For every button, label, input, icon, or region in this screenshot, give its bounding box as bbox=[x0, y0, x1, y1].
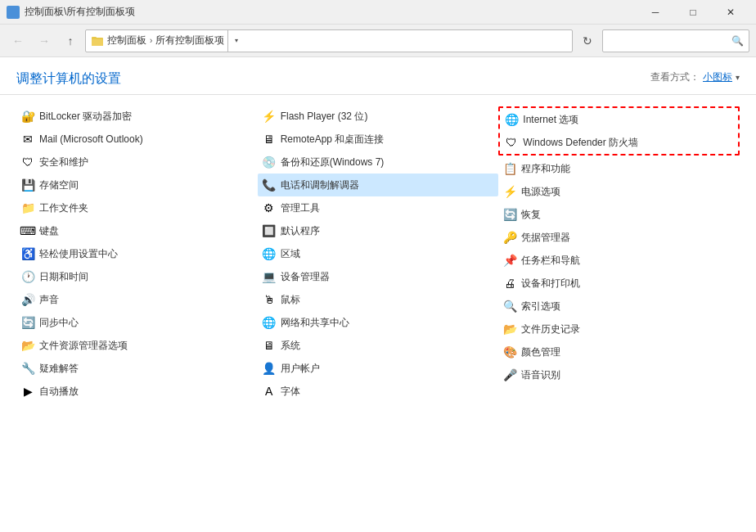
minimize-button[interactable]: ─ bbox=[637, 0, 674, 25]
forward-button[interactable]: → bbox=[33, 29, 56, 52]
control-item-region[interactable]: 🌐区域 bbox=[258, 242, 499, 265]
programs-label: 程序和功能 bbox=[521, 162, 570, 176]
control-item-fileexplorer[interactable]: 📂文件资源管理器选项 bbox=[16, 334, 258, 357]
region-label: 区域 bbox=[281, 247, 300, 261]
control-item-mail[interactable]: ✉Mail (Microsoft Outlook) bbox=[16, 128, 258, 151]
control-item-network[interactable]: 🌐网络和共享中心 bbox=[258, 311, 499, 334]
security-label: 安全和维护 bbox=[39, 156, 88, 169]
title-bar-controls: ─ □ ✕ bbox=[637, 0, 749, 25]
refresh-button[interactable]: ↻ bbox=[576, 29, 599, 52]
color-label: 颜色管理 bbox=[521, 345, 560, 359]
default-icon: 🔲 bbox=[263, 224, 276, 237]
phone-label: 电话和调制解调器 bbox=[281, 178, 359, 192]
control-item-internet[interactable]: 🌐Internet 选项 bbox=[500, 108, 738, 131]
breadcrumb-1[interactable]: 控制面板 bbox=[107, 34, 146, 47]
defender-label: Windows Defender 防火墙 bbox=[523, 136, 638, 150]
control-item-bitlocker[interactable]: 🔐BitLocker 驱动器加密 bbox=[16, 105, 258, 128]
control-item-devicemgr[interactable]: 💻设备管理器 bbox=[258, 265, 499, 288]
useraccount-label: 用户帐户 bbox=[281, 362, 320, 376]
bitlocker-icon: 🔐 bbox=[21, 110, 34, 123]
control-item-fonts[interactable]: A字体 bbox=[258, 380, 499, 403]
programs-icon: 📋 bbox=[503, 162, 516, 175]
sync-icon: 🔄 bbox=[21, 316, 34, 329]
main-content: 调整计算机的设置 查看方式： 小图标 ▾ 🔐BitLocker 驱动器加密✉Ma… bbox=[0, 57, 756, 532]
internet-icon: 🌐 bbox=[505, 113, 518, 126]
control-item-default[interactable]: 🔲默认程序 bbox=[258, 219, 499, 242]
bitlocker-label: BitLocker 驱动器加密 bbox=[39, 110, 132, 124]
control-item-datetime[interactable]: 🕐日期和时间 bbox=[16, 265, 258, 288]
content-header: 调整计算机的设置 查看方式： 小图标 ▾ bbox=[0, 57, 756, 95]
control-item-autoplay[interactable]: ▶自动播放 bbox=[16, 380, 258, 403]
workfolder-label: 工作文件夹 bbox=[39, 201, 88, 215]
devicemgr-label: 设备管理器 bbox=[281, 270, 330, 284]
credential-icon: 🔑 bbox=[503, 231, 516, 244]
defender-icon: 🛡 bbox=[505, 136, 518, 149]
control-item-keyboard[interactable]: ⌨键盘 bbox=[16, 219, 258, 242]
backup-icon: 💿 bbox=[263, 156, 276, 169]
security-icon: 🛡 bbox=[21, 156, 34, 169]
control-item-security[interactable]: 🛡安全和维护 bbox=[16, 151, 258, 174]
control-item-phone[interactable]: 📞电话和调制解调器 bbox=[258, 174, 499, 196]
up-button[interactable]: ↑ bbox=[59, 29, 82, 52]
internet-label: Internet 选项 bbox=[523, 113, 578, 127]
ease-icon: ♿ bbox=[21, 247, 34, 260]
app-icon bbox=[7, 6, 20, 19]
troubleshoot-label: 疑难解答 bbox=[39, 362, 79, 376]
control-item-recovery[interactable]: 🔄恢复 bbox=[498, 203, 740, 226]
default-label: 默认程序 bbox=[281, 224, 320, 238]
maximize-button[interactable]: □ bbox=[674, 0, 712, 25]
fonts-label: 字体 bbox=[281, 385, 300, 399]
control-item-sound[interactable]: 🔊声音 bbox=[16, 288, 258, 311]
search-bar: 🔍 bbox=[602, 29, 749, 52]
sound-label: 声音 bbox=[39, 293, 59, 307]
control-item-useraccount[interactable]: 👤用户帐户 bbox=[258, 357, 499, 380]
control-item-filehistory[interactable]: 📂文件历史记录 bbox=[498, 318, 740, 340]
control-item-color[interactable]: 🎨颜色管理 bbox=[498, 340, 740, 363]
back-button[interactable]: ← bbox=[7, 29, 29, 52]
devices-icon: 🖨 bbox=[503, 277, 516, 290]
datetime-icon: 🕐 bbox=[21, 270, 34, 283]
workfolder-icon: 📁 bbox=[21, 201, 34, 214]
control-item-sync[interactable]: 🔄同步中心 bbox=[16, 311, 258, 334]
backup-label: 备份和还原(Windows 7) bbox=[281, 156, 385, 169]
search-input[interactable] bbox=[608, 35, 731, 47]
indexing-icon: 🔍 bbox=[503, 300, 516, 313]
control-item-power[interactable]: ⚡电源选项 bbox=[498, 180, 740, 203]
control-item-management[interactable]: ⚙管理工具 bbox=[258, 196, 499, 219]
control-item-taskbar[interactable]: 📌任务栏和导航 bbox=[498, 249, 740, 272]
control-item-remoteapp[interactable]: 🖥RemoteApp 和桌面连接 bbox=[258, 128, 499, 151]
control-item-programs[interactable]: 📋程序和功能 bbox=[498, 157, 740, 180]
control-item-devices[interactable]: 🖨设备和打印机 bbox=[498, 272, 740, 295]
close-button[interactable]: ✕ bbox=[712, 0, 749, 25]
search-icon: 🔍 bbox=[731, 35, 744, 47]
phone-icon: 📞 bbox=[263, 178, 276, 192]
control-item-ease[interactable]: ♿轻松使用设置中心 bbox=[16, 242, 258, 265]
control-item-troubleshoot[interactable]: 🔧疑难解答 bbox=[16, 357, 258, 380]
control-item-mouse[interactable]: 🖱鼠标 bbox=[258, 288, 499, 311]
view-current[interactable]: 小图标 bbox=[703, 70, 732, 84]
autoplay-icon: ▶ bbox=[21, 385, 34, 398]
taskbar-label: 任务栏和导航 bbox=[521, 254, 580, 268]
color-icon: 🎨 bbox=[503, 345, 516, 358]
keyboard-icon: ⌨ bbox=[21, 224, 34, 237]
control-item-workfolder[interactable]: 📁工作文件夹 bbox=[16, 196, 258, 219]
region-icon: 🌐 bbox=[263, 247, 276, 260]
control-item-credential[interactable]: 🔑凭据管理器 bbox=[498, 226, 740, 249]
power-icon: ⚡ bbox=[503, 185, 516, 198]
autoplay-label: 自动播放 bbox=[39, 385, 79, 399]
remoteapp-icon: 🖥 bbox=[263, 133, 276, 146]
control-item-indexing[interactable]: 🔍索引选项 bbox=[498, 295, 740, 318]
control-item-flashplayer[interactable]: ⚡Flash Player (32 位) bbox=[258, 105, 499, 128]
address-dropdown-button[interactable]: ▾ bbox=[227, 29, 244, 52]
view-dropdown-arrow[interactable]: ▾ bbox=[736, 73, 740, 82]
control-item-system[interactable]: 🖥系统 bbox=[258, 334, 499, 357]
mail-label: Mail (Microsoft Outlook) bbox=[39, 133, 143, 145]
view-label: 查看方式： bbox=[650, 70, 700, 84]
storage-icon: 💾 bbox=[21, 178, 34, 192]
control-item-speech[interactable]: 🎤语音识别 bbox=[498, 363, 740, 386]
control-item-defender[interactable]: 🛡Windows Defender 防火墙 bbox=[500, 131, 738, 154]
taskbar-icon: 📌 bbox=[503, 254, 516, 267]
control-item-backup[interactable]: 💿备份和还原(Windows 7) bbox=[258, 151, 499, 174]
control-item-storage[interactable]: 💾存储空间 bbox=[16, 174, 258, 196]
breadcrumb-2[interactable]: 所有控制面板项 bbox=[155, 34, 224, 47]
